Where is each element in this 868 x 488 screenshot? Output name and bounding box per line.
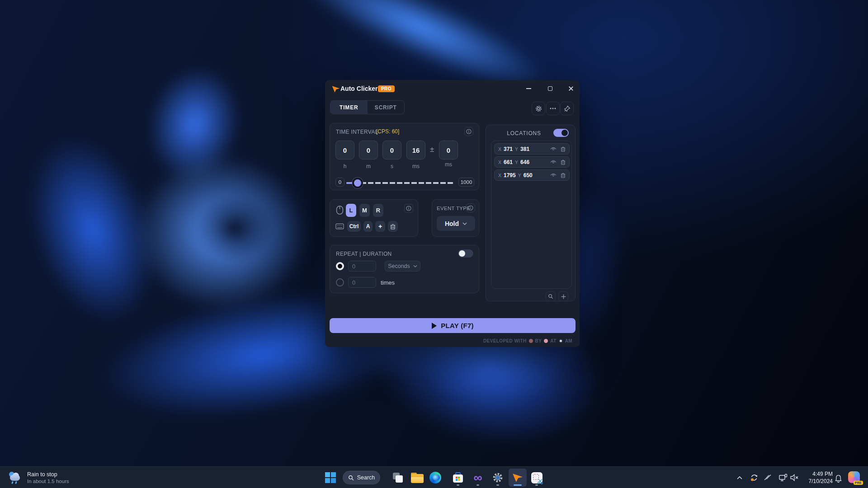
copilot-button[interactable]: PRE	[848, 471, 860, 483]
click-settings-section: L M R Ctrl A +	[330, 199, 418, 237]
minutes-input[interactable]: 0	[359, 141, 378, 160]
pen-disabled-tray-icon[interactable]	[761, 471, 774, 484]
close-icon	[568, 86, 574, 91]
milliseconds-input[interactable]: 16	[406, 141, 425, 160]
add-key-button[interactable]: +	[375, 221, 385, 232]
location-row[interactable]: X 1795 Y 650	[494, 169, 570, 181]
clear-keys-button[interactable]	[388, 221, 398, 232]
clock[interactable]: 4:49 PM 7/10/2024	[797, 470, 833, 485]
location-row[interactable]: X 661 Y 646	[494, 156, 570, 168]
heart-emoji	[529, 339, 533, 343]
weather-widget[interactable]: Rain to stop In about 1.5 hours	[5, 467, 73, 488]
update-tray-icon[interactable]	[748, 471, 760, 484]
play-button[interactable]: PLAY (F7)	[330, 318, 576, 333]
x-value: 371	[504, 146, 513, 152]
tab-script[interactable]: SCRIPT	[368, 101, 405, 114]
edge-browser-button[interactable]	[426, 469, 444, 487]
location-row[interactable]: X 371 Y 381	[494, 143, 570, 155]
interval-slider-track[interactable]	[346, 182, 453, 184]
folder-icon	[411, 473, 424, 483]
visual-studio-button[interactable]: ∞	[469, 469, 487, 487]
locations-search-button[interactable]	[546, 291, 556, 301]
seconds-input[interactable]: 0	[382, 141, 401, 160]
task-view-button[interactable]	[389, 469, 407, 487]
search-label: Search	[357, 474, 375, 481]
hotkey-a[interactable]: A	[363, 221, 373, 232]
y-label: Y	[515, 160, 518, 165]
locations-list: X 371 Y 381 X 661 Y 646	[491, 141, 572, 289]
gear-icon	[535, 105, 542, 113]
hotkey-ctrl[interactable]: Ctrl	[347, 221, 361, 232]
unit-h: h	[335, 163, 354, 169]
rain-cloud-icon	[8, 471, 23, 484]
search-icon	[348, 475, 354, 481]
play-icon	[431, 323, 437, 329]
mouse-right-button[interactable]: R	[373, 204, 383, 217]
network-tray-icon[interactable]	[777, 471, 789, 484]
developer-credit: DEVELOPED WITH BY AT AM	[483, 338, 572, 343]
running-indicator	[476, 484, 479, 486]
mouse-middle-button[interactable]: M	[359, 204, 370, 217]
weather-title: Rain to stop	[27, 471, 69, 478]
settings-button[interactable]	[532, 102, 545, 115]
duration-value-input[interactable]: 0	[348, 261, 376, 272]
locations-toggle[interactable]	[553, 129, 569, 137]
trash-icon[interactable]	[561, 173, 566, 178]
event-type-info-button[interactable]	[466, 203, 475, 212]
interval-slider-fill	[346, 182, 353, 184]
store-icon	[453, 472, 463, 483]
trash-icon[interactable]	[561, 146, 566, 152]
tab-timer[interactable]: TIMER	[330, 101, 368, 114]
settings-app-button[interactable]	[489, 469, 507, 487]
event-type-dropdown[interactable]: Hold	[437, 216, 475, 231]
auto-clicker-cursor-icon	[512, 472, 524, 483]
footer-text: AM	[565, 338, 572, 343]
running-indicator	[535, 484, 538, 486]
eye-icon[interactable]	[550, 160, 557, 164]
count-value-input[interactable]: 0	[348, 277, 376, 288]
gear-icon	[492, 472, 504, 483]
pin-button[interactable]	[560, 102, 574, 115]
microsoft-store-button[interactable]	[449, 469, 467, 487]
start-button[interactable]	[321, 469, 340, 487]
offset-ms-input[interactable]: 0	[439, 141, 458, 160]
play-button-label: PLAY (F7)	[441, 322, 474, 329]
pen-off-icon	[764, 474, 772, 482]
x-label: X	[498, 146, 501, 152]
display-network-icon	[778, 474, 788, 482]
notifications-button[interactable]	[832, 472, 844, 485]
tray-expand-button[interactable]	[733, 471, 746, 484]
duration-radio[interactable]	[336, 262, 344, 270]
window-title: Auto Clicker	[340, 85, 377, 92]
y-value: 650	[524, 172, 533, 178]
interval-slider-thumb[interactable]	[354, 179, 361, 187]
locations-panel: LOCATIONS X 371 Y 381 X 661	[486, 125, 576, 301]
time-interval-info-button[interactable]	[464, 127, 473, 136]
repeat-toggle[interactable]	[458, 249, 473, 258]
duration-unit-dropdown[interactable]: Seconds	[385, 261, 420, 272]
close-button[interactable]	[563, 83, 579, 94]
pig-emoji	[544, 339, 548, 343]
minimize-button[interactable]	[520, 83, 537, 94]
hours-input[interactable]: 0	[335, 141, 354, 160]
maximize-icon	[548, 86, 552, 91]
file-explorer-button[interactable]	[408, 469, 426, 487]
x-label: X	[498, 173, 501, 178]
more-options-button[interactable]	[546, 102, 560, 115]
eye-icon[interactable]	[550, 147, 557, 151]
count-radio[interactable]	[336, 278, 344, 286]
auto-clicker-taskbar-button[interactable]	[509, 469, 527, 487]
trash-icon[interactable]	[561, 160, 566, 165]
search-box[interactable]: Search	[343, 471, 380, 484]
y-label: Y	[518, 173, 521, 178]
click-settings-info-button[interactable]	[404, 204, 413, 213]
footer-text: DEVELOPED WITH	[483, 338, 527, 343]
keyboard-icon	[335, 223, 344, 230]
mouse-left-button[interactable]: L	[346, 204, 356, 217]
eye-icon[interactable]	[550, 173, 557, 178]
add-location-button[interactable]	[558, 291, 568, 301]
maximize-button[interactable]	[542, 83, 558, 94]
snipping-tool-button[interactable]	[528, 469, 546, 487]
running-indicator	[496, 484, 499, 486]
unit-s: s	[382, 163, 401, 169]
